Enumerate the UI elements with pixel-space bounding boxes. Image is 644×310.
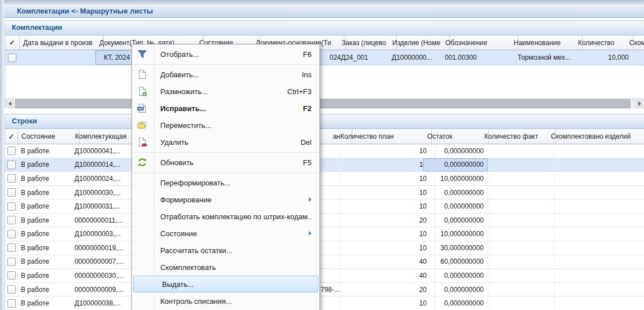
row-checkbox-cell[interactable]	[5, 296, 18, 310]
table-cell[interactable]: 10	[336, 296, 435, 310]
table-cell[interactable]: 10	[336, 158, 435, 172]
table-cell[interactable]: 40	[336, 255, 435, 269]
scroll-right-button[interactable]	[635, 99, 644, 108]
column-header[interactable]: ✓	[5, 129, 18, 144]
table-cell[interactable]	[480, 200, 554, 213]
table-cell[interactable]	[547, 144, 644, 158]
column-header[interactable]: Количество факт	[480, 129, 555, 144]
horizontal-scrollbar[interactable]	[5, 98, 644, 109]
table-cell[interactable]: 00000000019,...	[71, 241, 138, 255]
row-checkbox-cell[interactable]	[5, 227, 18, 241]
table-cell[interactable]: 001.00300	[441, 50, 516, 65]
row-checkbox-cell[interactable]	[5, 50, 19, 65]
table-cell[interactable]: 10	[547, 255, 644, 269]
table-cell[interactable]: 0,000000000	[423, 296, 488, 310]
row-checkbox-cell[interactable]	[5, 241, 18, 255]
column-header[interactable]: Наименование	[510, 36, 582, 50]
table-cell[interactable]: 0,000000000	[423, 214, 488, 227]
table-row[interactable]: В работеД100000014,...100,000000000	[5, 158, 644, 172]
row-checkbox[interactable]	[7, 243, 16, 252]
row-checkbox-cell[interactable]	[5, 269, 18, 282]
table-cell[interactable]	[480, 241, 554, 255]
table-cell[interactable]: 00000000009,...	[71, 283, 138, 296]
table-cell[interactable]: 40	[336, 269, 435, 282]
row-checkbox[interactable]	[7, 216, 16, 224]
table-row[interactable]: В работеД100000041,...100,000000000	[5, 144, 644, 158]
row-checkbox-cell[interactable]	[5, 186, 18, 200]
table-cell[interactable]: 10	[547, 200, 644, 213]
table-cell[interactable]: 60,000000000	[423, 255, 488, 269]
table-cell[interactable]: Д100000024,...	[71, 172, 138, 185]
table-cell[interactable]	[547, 269, 644, 282]
row-checkbox-cell[interactable]	[5, 158, 18, 172]
table-cell[interactable]	[547, 283, 644, 296]
table-cell[interactable]	[480, 186, 554, 200]
context-menu-item[interactable]: Переместить...	[132, 117, 319, 134]
table-row[interactable]: В работе00000000009,...7798-...200,00000…	[5, 283, 644, 297]
table-row[interactable]: В работеД100000003,...1010,00000000010	[5, 227, 644, 241]
table-cell[interactable]: В работе	[17, 158, 78, 172]
column-header[interactable]: ✓	[5, 36, 20, 50]
table-cell[interactable]	[547, 214, 644, 227]
row-checkbox[interactable]	[7, 188, 16, 197]
context-menu-item[interactable]: Отработать комплектацию по штрих-кодам..…	[132, 208, 319, 225]
row-checkbox[interactable]	[7, 258, 16, 266]
context-menu-item[interactable]: Формирование	[132, 191, 319, 208]
table-cell[interactable]: 10	[547, 172, 644, 185]
table-cell[interactable]: Д100000038,...	[71, 296, 138, 310]
table-cell[interactable]: Д24_001	[338, 50, 395, 65]
table-cell[interactable]: 00000000011,...	[71, 214, 138, 227]
table-cell[interactable]	[625, 50, 644, 65]
table-cell[interactable]: 0,000000000	[423, 283, 488, 296]
table-cell[interactable]	[480, 214, 554, 227]
table-cell[interactable]	[480, 158, 554, 172]
column-header[interactable]: Количество план	[336, 129, 432, 144]
table-cell[interactable]	[480, 296, 554, 310]
column-header[interactable]: Остаток	[423, 129, 489, 144]
row-checkbox[interactable]	[7, 271, 16, 280]
context-menu-item[interactable]: Рассчитать остатки...	[132, 242, 319, 259]
table-cell[interactable]	[480, 255, 554, 269]
table-cell[interactable]: 10	[336, 200, 435, 213]
table-cell[interactable]: 10	[547, 241, 644, 255]
table-cell[interactable]: В работе	[17, 269, 78, 282]
table-cell[interactable]: В работе	[17, 214, 78, 227]
context-menu-item[interactable]: УдалитьDel	[132, 134, 319, 150]
table-cell[interactable]: Д100000041,...	[71, 144, 138, 158]
row-checkbox[interactable]	[7, 230, 16, 238]
row-checkbox[interactable]	[7, 202, 16, 211]
table-cell[interactable]: 10,000000000	[423, 172, 488, 185]
context-menu-item[interactable]: Добавить...Ins	[132, 66, 319, 83]
context-menu-item[interactable]: Выдать...	[133, 276, 318, 293]
table-row[interactable]: КТ, 2024024Д24_001Д10000000...001.00300Т…	[5, 50, 644, 65]
table-cell[interactable]: В работе	[17, 186, 78, 200]
table-row[interactable]: В работе00000000019,...1030,00000000010	[5, 241, 644, 255]
column-header[interactable]: Скомплектовано изделий	[547, 129, 644, 144]
column-header[interactable]: Дата выдачи в произв	[19, 36, 104, 50]
table-cell[interactable]: 0,000000000	[423, 158, 488, 172]
scrollbar-thumb[interactable]	[15, 99, 630, 108]
table-cell[interactable]: 30,000000000	[423, 241, 488, 255]
table-cell[interactable]: 20	[336, 214, 435, 227]
table-row[interactable]: В работе00000000011,...200,000000000	[5, 214, 644, 228]
table-cell[interactable]: 00000000030,...	[71, 269, 138, 282]
table-row[interactable]: В работеД100000030,...100,000000000	[5, 186, 644, 200]
row-checkbox[interactable]	[7, 285, 16, 294]
table-cell[interactable]: В работе	[17, 255, 78, 269]
table-cell[interactable]: Д10000000...	[388, 50, 448, 65]
context-menu-item[interactable]: Размножить...Ctrl+F3	[132, 83, 319, 100]
table-row[interactable]: В работе00000000030,...400,000000000	[5, 269, 644, 283]
row-checkbox-cell[interactable]	[5, 214, 18, 227]
row-checkbox[interactable]	[7, 299, 16, 308]
table-cell[interactable]	[480, 227, 554, 241]
context-menu-item[interactable]: Исправить...F2	[132, 100, 319, 117]
table-cell[interactable]: 10	[336, 186, 435, 200]
row-checkbox[interactable]	[8, 54, 16, 62]
column-header[interactable]: Комплектующая	[71, 129, 139, 144]
column-header[interactable]: Ском	[625, 36, 644, 50]
table-cell[interactable]	[547, 296, 644, 310]
context-menu-item[interactable]: Переформировать...	[132, 174, 319, 191]
table-cell[interactable]: 10	[336, 144, 435, 158]
table-row[interactable]: В работе00000000007,...4060,00000000010	[5, 255, 644, 269]
table-cell[interactable]: 10,000000000	[423, 227, 488, 241]
